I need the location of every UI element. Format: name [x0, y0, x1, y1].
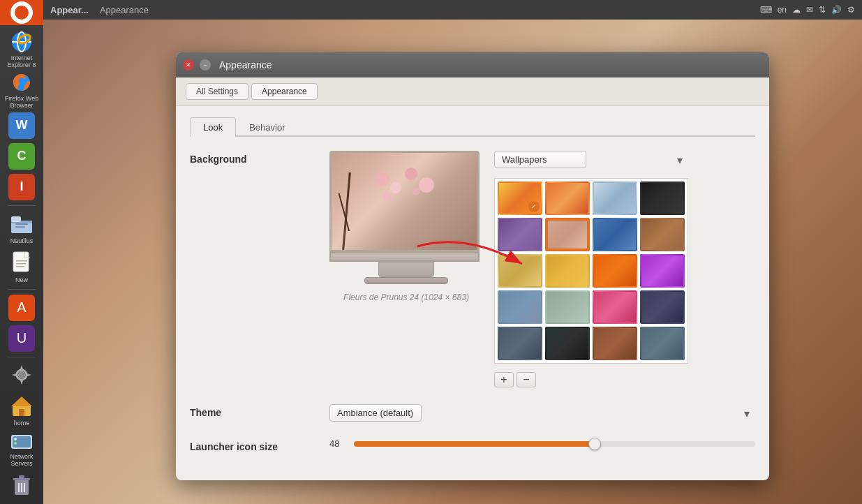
monitor-bezel [329, 252, 480, 262]
language-indicator[interactable]: en [778, 5, 787, 15]
all-settings-button[interactable]: All Settings [186, 83, 248, 100]
appearance-window: ✕ − Appearance All Settings Appearance L… [176, 52, 769, 480]
svg-rect-12 [16, 263, 26, 265]
sidebar-item-trash[interactable] [3, 472, 40, 498]
wallpaper-thumb-14[interactable] [545, 290, 590, 324]
wallpaper-thumb-2[interactable] [545, 181, 590, 215]
wallpaper-thumb-3[interactable] [593, 181, 637, 215]
settings-icon[interactable]: ⚙ [847, 5, 855, 15]
window-minimize-button[interactable]: − [200, 59, 211, 71]
sidebar-item-internet-explorer[interactable]: Internet Explorer 8 [3, 31, 40, 68]
svg-rect-25 [13, 478, 30, 480]
window-title: Appearance [219, 59, 272, 71]
wallpaper-thumb-11[interactable] [593, 254, 637, 288]
wallpaper-type-dropdown[interactable]: Wallpapers Pictures Colors & Gradients [494, 151, 586, 168]
wallpaper-thumb-8[interactable] [640, 218, 685, 251]
taskbar-divider-3 [8, 357, 36, 357]
monitor-stand [378, 262, 434, 277]
ubuntu-button[interactable] [0, 0, 43, 25]
wallpaper-thumb-18[interactable] [545, 327, 590, 360]
launcher-section: Launcher icon size 48 [190, 438, 755, 452]
wallpaper-grid: ✓ [494, 178, 688, 364]
slider-row: 48 [329, 438, 755, 449]
add-wallpaper-button[interactable]: + [494, 372, 514, 387]
window-close-button[interactable]: ✕ [183, 59, 194, 71]
monitor-screen [329, 151, 480, 252]
sidebar-item-impress[interactable]: I [3, 174, 40, 200]
wallpaper-thumb-5[interactable] [498, 218, 542, 251]
wallpaper-thumb-20[interactable] [640, 327, 685, 360]
svg-rect-7 [11, 216, 21, 222]
wallpaper-thumb-15[interactable] [593, 290, 637, 324]
wallpaper-thumb-6[interactable] [545, 218, 590, 251]
theme-label: Theme [190, 404, 329, 418]
svg-rect-13 [16, 266, 24, 267]
sidebar-item-ubuntu-one[interactable]: U [3, 325, 40, 352]
wallpaper-thumb-4[interactable] [640, 181, 685, 215]
sidebar-item-network[interactable]: Network Servers [3, 431, 40, 468]
appearance-button[interactable]: Appearance [251, 83, 318, 100]
wallpaper-thumb-12[interactable] [640, 254, 685, 288]
tab-look[interactable]: Look [190, 117, 236, 137]
background-label: Background [190, 151, 329, 165]
wallpaper-thumb-16[interactable] [640, 290, 685, 324]
wallpaper-thumb-1[interactable]: ✓ [498, 181, 542, 215]
sidebar-item-software[interactable]: A [3, 295, 40, 321]
keyboard-icon: ⌨ [760, 5, 772, 15]
wallpaper-check-1: ✓ [528, 201, 540, 212]
monitor [329, 151, 483, 284]
theme-dropdown-wrapper: Ambiance (default) Radiance High Contras… [329, 404, 755, 422]
remove-wallpaper-button[interactable]: − [517, 372, 536, 387]
svg-rect-8 [15, 223, 28, 225]
wallpaper-dropdown-row: Wallpapers Pictures Colors & Gradients [494, 151, 688, 168]
svg-marker-18 [11, 396, 32, 406]
top-bar-title: Appearance [96, 5, 153, 15]
sidebar-item-writer[interactable]: W [3, 112, 40, 139]
wallpaper-caption: Fleurs de Prunus 24 (1024 × 683) [343, 292, 469, 302]
slider-value: 48 [329, 438, 347, 449]
wallpaper-grid-container: ✓ [494, 178, 688, 364]
sidebar-item-new[interactable]: New [3, 249, 40, 284]
breadcrumb: All Settings Appearance [176, 77, 769, 106]
svg-point-23 [14, 442, 17, 445]
sidebar-item-nautilus[interactable]: Nautilus [3, 210, 40, 245]
monitor-screen-inner [332, 153, 477, 250]
launcher-label: Launcher icon size [190, 438, 329, 452]
tab-behavior[interactable]: Behavior [236, 117, 298, 137]
top-bar: Appear... Appearance ⌨ en ☁ ✉ ⇅ 🔊 ⚙ [43, 0, 862, 20]
sidebar-item-firefox[interactable]: Firefox Web Browser [3, 72, 40, 108]
network-icon[interactable]: ⇅ [819, 5, 826, 15]
volume-icon[interactable]: 🔊 [831, 5, 842, 15]
sidebar-item-label: Firefox Web Browser [3, 96, 40, 110]
wallpaper-thumb-10[interactable] [545, 254, 590, 288]
launcher-content: 48 [329, 438, 755, 449]
sidebar-item-home[interactable]: home [3, 392, 40, 427]
sidebar-item-label: New [15, 277, 28, 284]
launcher-slider-track [354, 441, 755, 447]
sidebar-item-label: Internet Explorer 8 [3, 55, 40, 69]
svg-point-16 [19, 372, 24, 378]
taskbar: Internet Explorer 8 Firefox Web Browser … [0, 0, 43, 504]
background-section: Background [190, 151, 755, 387]
tabs: Look Behavior [190, 117, 755, 137]
sidebar-item-calc[interactable]: C [3, 143, 40, 170]
cloud-icon[interactable]: ☁ [792, 5, 801, 15]
wallpaper-thumb-9[interactable] [498, 254, 542, 288]
svg-rect-11 [16, 260, 27, 262]
wallpaper-thumb-19[interactable] [593, 327, 637, 360]
wallpaper-type-dropdown-wrapper: Wallpapers Pictures Colors & Gradients [494, 151, 688, 168]
wallpaper-panel: Wallpapers Pictures Colors & Gradients ✓ [494, 151, 688, 387]
launcher-slider-thumb[interactable] [588, 438, 601, 450]
window-titlebar: ✕ − Appearance [176, 52, 769, 77]
wallpaper-thumb-17[interactable] [498, 327, 542, 360]
theme-dropdown[interactable]: Ambiance (default) Radiance High Contras… [329, 404, 422, 422]
wallpaper-thumb-13[interactable] [498, 290, 542, 324]
taskbar-divider-1 [8, 205, 36, 206]
wallpaper-preview: Fleurs de Prunus 24 (1024 × 683) [329, 151, 483, 302]
mail-icon[interactable]: ✉ [806, 5, 813, 15]
top-bar-right: ⌨ en ☁ ✉ ⇅ 🔊 ⚙ [760, 5, 862, 15]
sidebar-item-label: home [14, 420, 30, 427]
sidebar-item-settings[interactable] [3, 362, 40, 388]
svg-point-22 [14, 438, 17, 440]
wallpaper-thumb-7[interactable] [593, 218, 637, 251]
